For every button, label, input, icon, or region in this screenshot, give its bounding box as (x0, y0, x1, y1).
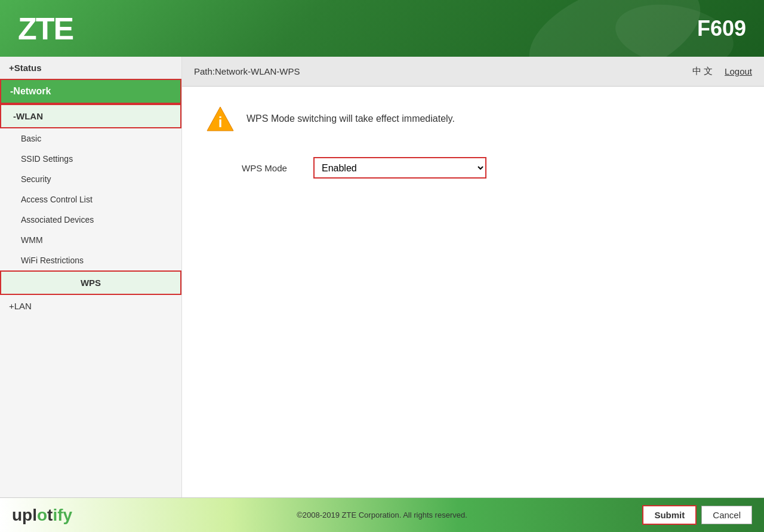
wps-mode-select[interactable]: Enabled Disabled (313, 157, 486, 179)
zte-logo: ZTE (18, 11, 73, 47)
path-bar: Path:Network-WLAN-WPS 中 文 Logout (182, 57, 764, 87)
sidebar-item-network[interactable]: -Network (0, 79, 181, 104)
wps-mode-row: WPS Mode Enabled Disabled (242, 157, 740, 179)
sidebar-item-security[interactable]: Security (0, 169, 181, 189)
sidebar-item-wlan[interactable]: -WLAN (0, 104, 181, 128)
model-label: F609 (697, 16, 746, 41)
sidebar-item-lan[interactable]: +LAN (0, 295, 181, 317)
content-area: Path:Network-WLAN-WPS 中 文 Logout i WPS M… (182, 57, 764, 497)
sidebar-item-ssid-settings[interactable]: SSID Settings (0, 149, 181, 169)
svg-text:i: i (218, 114, 223, 130)
wps-mode-label: WPS Mode (242, 163, 301, 173)
sidebar-item-associated-devices[interactable]: Associated Devices (0, 210, 181, 230)
breadcrumb: Path:Network-WLAN-WPS (194, 66, 300, 76)
sidebar-item-status[interactable]: +Status (0, 57, 181, 79)
warning-icon: i (206, 104, 235, 133)
sidebar-item-acl[interactable]: Access Control List (0, 189, 181, 210)
submit-button[interactable]: Submit (642, 505, 697, 525)
warning-box: i WPS Mode switching will take effect im… (206, 104, 740, 133)
sidebar-item-wps[interactable]: WPS (0, 270, 181, 295)
sidebar-item-wmm[interactable]: WMM (0, 230, 181, 250)
sidebar-item-basic[interactable]: Basic (0, 128, 181, 149)
main-content: i WPS Mode switching will take effect im… (182, 87, 764, 497)
language-switch[interactable]: 中 文 (692, 66, 713, 77)
footer-buttons: Submit Cancel (642, 505, 752, 525)
logout-link[interactable]: Logout (725, 66, 752, 76)
path-actions: 中 文 Logout (692, 66, 752, 77)
sidebar: +Status -Network -WLAN Basic SSID Settin… (0, 57, 182, 497)
cancel-button[interactable]: Cancel (701, 506, 752, 524)
main-layout: +Status -Network -WLAN Basic SSID Settin… (0, 57, 764, 497)
footer: uplotify ©2008-2019 ZTE Corporation. All… (0, 497, 764, 532)
copyright-text: ©2008-2019 ZTE Corporation. All rights r… (297, 511, 467, 519)
header: ZTE F609 (0, 0, 764, 57)
sidebar-item-wifi-restrictions[interactable]: WiFi Restrictions (0, 250, 181, 270)
footer-logo: uplotify (12, 506, 72, 525)
warning-message: WPS Mode switching will take effect imme… (247, 113, 455, 124)
